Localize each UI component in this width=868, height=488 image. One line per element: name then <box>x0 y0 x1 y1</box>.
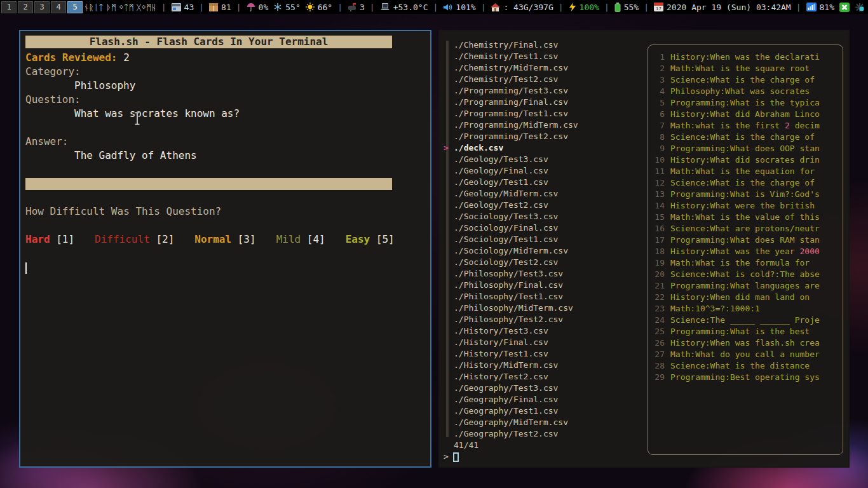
file-name: ./Geography/Test3.csv <box>454 383 558 393</box>
difficulty-option-mild[interactable]: Mild [4] <box>276 233 325 247</box>
flash-title: Flash.sh - Flash Cards In Your Terminal <box>25 36 392 48</box>
preview-line: 7Math:what is the first 2 decim <box>652 120 839 132</box>
file-name: ./Geology/Test1.csv <box>454 177 548 187</box>
line-text: Science:What are protons/neutr <box>670 224 820 233</box>
line-text: History:When did man land on <box>670 292 810 302</box>
status-label: 0% <box>259 3 269 12</box>
file-name: ./Philosophy/Test3.csv <box>454 269 563 278</box>
line-number: 10 <box>652 154 665 166</box>
status-label: 100% <box>580 3 599 12</box>
difficulty-label: Hard <box>25 233 50 245</box>
difficulty-prompt: How Difficult Was This Question? <box>25 205 425 219</box>
workspace-button-5[interactable]: 5 <box>67 1 83 13</box>
line-number: 19 <box>652 257 665 269</box>
workspace-button-2[interactable]: 2 <box>18 1 33 13</box>
file-name: ./History/MidTerm.csv <box>454 360 558 370</box>
category-label: Category: <box>25 65 425 79</box>
file-name: ./Programming/Test2.csv <box>454 132 568 141</box>
file-name: ./History/Final.csv <box>454 337 548 347</box>
status-items: ᚾᚱᛁᛏ ᚦᛗ ᛜᛏᛗ ᚷᛜᛗᚺ|43|81|0%55°66°|3|+53.0°… <box>84 3 868 12</box>
file-name: ./Programming/Test1.csv <box>454 109 568 118</box>
preview-line: 5Programming:What is the typica <box>652 97 839 109</box>
status-label: 81 <box>221 3 231 12</box>
fzf-window[interactable]: ./Chemistry/Final.csv./Chemistry/Test1.c… <box>438 30 850 468</box>
terminal-cursor <box>25 262 27 274</box>
difficulty-label: Difficult <box>95 233 150 245</box>
status-label: 2020 Apr 19 (Sun) 03:42AM <box>667 3 791 12</box>
file-name: ./Chemistry/MidTerm.csv <box>454 63 568 72</box>
line-text: Science:What is the charge of <box>670 75 815 85</box>
line-text: History:What were the british <box>670 201 815 210</box>
file-name: ./Sociology/Test1.csv <box>454 234 558 244</box>
preview-line: 25Programming:What is the best <box>652 326 839 337</box>
speaker-icon <box>443 3 452 11</box>
tray-status[interactable] <box>855 3 865 12</box>
line-number: 8 <box>652 132 665 143</box>
line-number: 3 <box>652 74 665 86</box>
line-number: 14 <box>652 200 665 212</box>
line-number: 9 <box>652 143 665 154</box>
snowflake-icon <box>273 3 282 11</box>
preview-line: 3Science:What is the charge of <box>652 74 839 86</box>
preview-line: 22History:When did man land on <box>652 292 839 303</box>
preview-line: 10History:What did socrates drin <box>652 154 839 166</box>
status-separator: | <box>433 3 438 12</box>
line-text: Programming:What is the best <box>670 327 810 336</box>
line-number: 1 <box>652 51 665 63</box>
file-name: ./Chemistry/Test2.csv <box>454 74 558 84</box>
file-name: ./Philosophy/Final.csv <box>454 280 563 290</box>
workspace-button-1[interactable]: 1 <box>1 1 17 13</box>
workspace-button-4[interactable]: 4 <box>51 1 66 13</box>
file-name: ./History/Test2.csv <box>454 372 548 381</box>
flash-window[interactable]: Flash.sh - Flash Cards In Your Terminal … <box>19 30 431 468</box>
line-text: Philosophy:What was socrates <box>670 86 810 96</box>
status-label: 81% <box>820 3 834 12</box>
difficulty-key: [2] <box>150 233 175 245</box>
line-number: 25 <box>652 326 665 337</box>
preview-line: 28Science:What is the distance <box>652 360 839 372</box>
difficulty-key: [4] <box>301 233 325 245</box>
line-text: Math:What is the equation for <box>670 166 815 176</box>
difficulty-option-difficult[interactable]: Difficult [2] <box>95 233 174 247</box>
preview-line: 27Math:What do you call a number <box>652 349 839 360</box>
line-text: Science:What is the charge of <box>670 132 815 142</box>
snowflake-status: 55° <box>273 3 300 12</box>
file-name: ./Programming/MidTerm.csv <box>454 120 578 130</box>
line-number: 18 <box>652 246 665 257</box>
preview-line: 29Programming:Best operating sys <box>652 372 839 383</box>
difficulty-label: Normal <box>194 233 231 245</box>
x-status[interactable] <box>839 3 850 12</box>
preview-line: 6History:What did Abraham Linco <box>652 109 839 120</box>
status-separator: | <box>236 3 241 12</box>
cards-reviewed-value: 2 <box>123 51 130 64</box>
difficulty-option-easy[interactable]: Easy [5] <box>346 233 395 247</box>
category-value: Philosophy <box>25 79 425 93</box>
file-name: ./Philosophy/MidTerm.csv <box>454 303 573 313</box>
line-text: Science:The _____ ______ Proje <box>670 315 820 325</box>
mailbox-icon <box>348 3 356 11</box>
calendar-icon: 17 <box>654 3 663 11</box>
workspace-button-3[interactable]: 3 <box>34 1 50 13</box>
file-name: ./Geography/MidTerm.csv <box>454 417 568 427</box>
sun-icon <box>306 3 315 11</box>
file-name: ./Geography/Final.csv <box>454 395 558 404</box>
difficulty-option-normal[interactable]: Normal [3] <box>194 233 255 247</box>
status-separator: | <box>337 3 342 12</box>
difficulty-option-hard[interactable]: Hard [1] <box>25 233 74 247</box>
signal-icon <box>806 3 817 11</box>
cursor-row <box>25 261 425 274</box>
status-label: 3 <box>360 3 365 12</box>
line-text: Math:What is the square root <box>670 64 810 73</box>
line-number: 16 <box>652 223 665 234</box>
question-label: Question: <box>25 93 425 107</box>
preview-line: 11Math:What is the equation for <box>652 166 839 177</box>
preview-line: 18History:What was the year 2000 <box>652 246 839 257</box>
preview-line: 21Programming:What languages are <box>652 280 839 292</box>
file-name: ./Geology/Test3.csv <box>454 154 548 164</box>
svg-text:17: 17 <box>656 6 661 11</box>
line-text: Programming:Best operating sys <box>670 372 820 382</box>
bolt-icon <box>569 3 576 11</box>
preview-line: 20Science:What is cold?:The abse <box>652 269 839 280</box>
line-text: History:When was flash.sh crea <box>670 338 820 348</box>
runes-label: ᚾᚱᛁᛏ ᚦᛗ ᛜᛏᛗ ᚷᛜᛗᚺ <box>84 3 156 12</box>
